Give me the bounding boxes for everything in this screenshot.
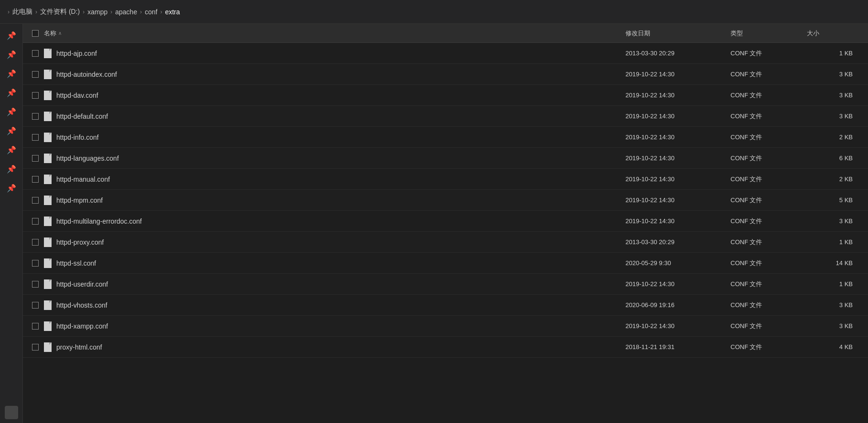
table-row[interactable]: httpd-languages.conf 2019-10-22 14:30 CO… <box>23 148 868 169</box>
column-header-name[interactable]: 名称 ∧ <box>44 29 625 38</box>
row-checkbox[interactable] <box>27 239 44 246</box>
file-size: 3 KB <box>807 71 864 78</box>
breadcrumb-drive[interactable]: 文件资料 (D:) <box>40 8 80 16</box>
pin-icon-5[interactable]: 📌 <box>4 104 19 119</box>
file-name-cell: httpd-mpm.conf <box>44 196 625 205</box>
pin-icon-9[interactable]: 📌 <box>4 180 19 196</box>
table-row[interactable]: httpd-multilang-errordoc.conf 2019-10-22… <box>23 211 868 232</box>
file-modified: 2019-10-22 14:30 <box>625 175 730 183</box>
table-row[interactable]: httpd-manual.conf 2019-10-22 14:30 CONF … <box>23 169 868 190</box>
file-name: httpd-ssl.conf <box>56 259 96 267</box>
table-row[interactable]: httpd-autoindex.conf 2019-10-22 14:30 CO… <box>23 64 868 85</box>
file-name-cell: httpd-multilang-errordoc.conf <box>44 217 625 226</box>
file-modified: 2019-10-22 14:30 <box>625 217 730 225</box>
file-size: 14 KB <box>807 259 864 267</box>
file-name-cell: httpd-ssl.conf <box>44 258 625 268</box>
file-modified: 2019-10-22 14:30 <box>625 92 730 99</box>
checkbox-row[interactable] <box>32 113 39 120</box>
row-checkbox[interactable] <box>27 323 44 330</box>
checkbox-all[interactable] <box>32 30 39 37</box>
breadcrumb-conf[interactable]: conf <box>145 8 157 16</box>
file-icon <box>44 217 52 226</box>
file-modified: 2019-10-22 14:30 <box>625 155 730 162</box>
file-type: CONF 文件 <box>730 49 807 58</box>
table-row[interactable]: httpd-ssl.conf 2020-05-29 9:30 CONF 文件 1… <box>23 253 868 274</box>
checkbox-row[interactable] <box>32 218 39 225</box>
breadcrumb-sep-2: › <box>83 9 85 15</box>
file-icon <box>44 91 52 100</box>
table-row[interactable]: httpd-xampp.conf 2019-10-22 14:30 CONF 文… <box>23 316 868 337</box>
select-all-checkbox[interactable] <box>27 30 44 37</box>
table-row[interactable]: httpd-ajp.conf 2013-03-30 20:29 CONF 文件 … <box>23 43 868 64</box>
file-name: httpd-ajp.conf <box>56 50 97 57</box>
table-row[interactable]: httpd-default.conf 2019-10-22 14:30 CONF… <box>23 106 868 127</box>
checkbox-row[interactable] <box>32 92 39 99</box>
pin-icon-6[interactable]: 📌 <box>4 123 19 138</box>
file-modified: 2019-10-22 14:30 <box>625 71 730 78</box>
file-size: 3 KB <box>807 301 864 309</box>
table-row[interactable]: httpd-mpm.conf 2019-10-22 14:30 CONF 文件 … <box>23 190 868 211</box>
row-checkbox[interactable] <box>27 134 44 141</box>
pin-icon-8[interactable]: 📌 <box>4 161 19 176</box>
file-modified: 2020-05-29 9:30 <box>625 259 730 267</box>
breadcrumb-apache[interactable]: apache <box>115 8 137 16</box>
row-checkbox[interactable] <box>27 113 44 120</box>
table-row[interactable]: httpd-dav.conf 2019-10-22 14:30 CONF 文件 … <box>23 85 868 106</box>
checkbox-row[interactable] <box>32 155 39 162</box>
file-icon <box>44 237 52 247</box>
pin-icon-7[interactable]: 📌 <box>4 142 19 157</box>
table-row[interactable]: httpd-info.conf 2019-10-22 14:30 CONF 文件… <box>23 127 868 148</box>
file-name-cell: httpd-xampp.conf <box>44 321 625 331</box>
column-header-type[interactable]: 类型 <box>730 29 807 38</box>
file-modified: 2020-06-09 19:16 <box>625 301 730 309</box>
row-checkbox[interactable] <box>27 281 44 288</box>
column-header-modified[interactable]: 修改日期 <box>625 29 730 38</box>
row-checkbox[interactable] <box>27 50 44 57</box>
pin-icon-3[interactable]: 📌 <box>4 66 19 81</box>
checkbox-row[interactable] <box>32 71 39 78</box>
file-type: CONF 文件 <box>730 217 807 226</box>
file-icon <box>44 70 52 79</box>
checkbox-row[interactable] <box>32 260 39 267</box>
checkbox-row[interactable] <box>32 239 39 246</box>
checkbox-row[interactable] <box>32 302 39 309</box>
row-checkbox[interactable] <box>27 71 44 78</box>
file-name: httpd-autoindex.conf <box>56 71 117 78</box>
column-header-size[interactable]: 大小 <box>807 29 864 38</box>
row-checkbox[interactable] <box>27 218 44 225</box>
row-checkbox[interactable] <box>27 197 44 204</box>
pin-icon-1[interactable]: 📌 <box>4 28 19 43</box>
row-checkbox[interactable] <box>27 260 44 267</box>
file-type: CONF 文件 <box>730 280 807 289</box>
pin-icon-4[interactable]: 📌 <box>4 85 19 100</box>
breadcrumb-this-pc[interactable]: 此电脑 <box>12 8 32 16</box>
scrollbar-thumb[interactable] <box>5 406 18 419</box>
row-checkbox[interactable] <box>27 302 44 309</box>
breadcrumb-extra[interactable]: extra <box>165 8 180 16</box>
row-checkbox[interactable] <box>27 344 44 351</box>
checkbox-row[interactable] <box>32 197 39 204</box>
file-name: httpd-info.conf <box>56 134 99 141</box>
sort-arrow-name: ∧ <box>58 31 62 36</box>
checkbox-row[interactable] <box>32 281 39 288</box>
checkbox-row[interactable] <box>32 134 39 141</box>
breadcrumb-xampp[interactable]: xampp <box>87 8 107 16</box>
file-type: CONF 文件 <box>730 91 807 100</box>
table-row[interactable]: httpd-userdir.conf 2019-10-22 14:30 CONF… <box>23 274 868 295</box>
file-size: 2 KB <box>807 175 864 183</box>
checkbox-row[interactable] <box>32 50 39 57</box>
table-row[interactable]: proxy-html.conf 2018-11-21 19:31 CONF 文件… <box>23 337 868 358</box>
table-row[interactable]: httpd-vhosts.conf 2020-06-09 19:16 CONF … <box>23 295 868 316</box>
file-type: CONF 文件 <box>730 175 807 184</box>
breadcrumb-sep-1: › <box>35 9 37 15</box>
row-checkbox[interactable] <box>27 176 44 183</box>
checkbox-row[interactable] <box>32 176 39 183</box>
table-row[interactable]: httpd-proxy.conf 2013-03-30 20:29 CONF 文… <box>23 232 868 253</box>
checkbox-row[interactable] <box>32 344 39 351</box>
pin-icon-2[interactable]: 📌 <box>4 47 19 62</box>
file-type: CONF 文件 <box>730 133 807 142</box>
row-checkbox[interactable] <box>27 92 44 99</box>
checkbox-row[interactable] <box>32 323 39 330</box>
file-name-cell: proxy-html.conf <box>44 342 625 352</box>
row-checkbox[interactable] <box>27 155 44 162</box>
